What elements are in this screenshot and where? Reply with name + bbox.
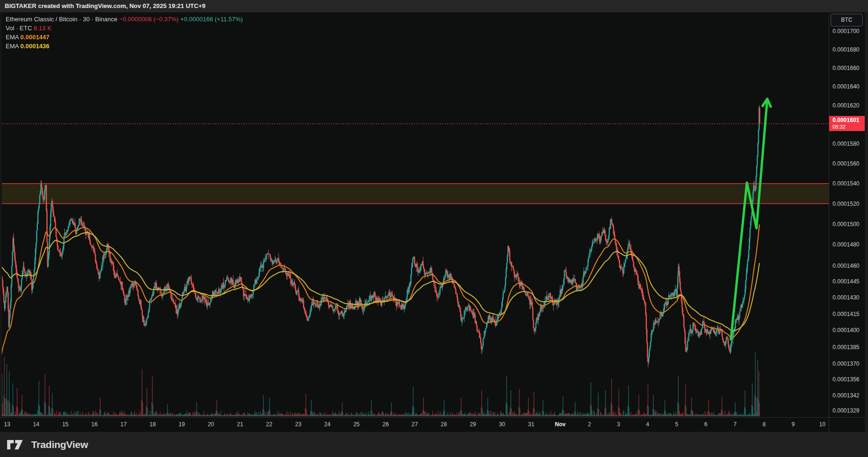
price-tick-label: 0.0001460 (833, 263, 859, 269)
time-tick-label: 10 (819, 421, 825, 428)
price-tick-label: 0.0001400 (833, 327, 859, 334)
time-tick-label: 18 (149, 421, 156, 428)
left-gutter (0, 12, 2, 432)
currency-toggle-button[interactable]: BTC (831, 14, 863, 26)
price-tick-label: 0.0001356 (833, 376, 859, 383)
time-tick-label: 20 (208, 421, 214, 428)
time-tick-label: 8 (763, 421, 766, 428)
time-tick-label: 24 (324, 421, 330, 428)
tradingview-logo-icon[interactable] (7, 437, 27, 452)
tradingview-snapshot: BIGTAKER created with TradingView.com, N… (0, 0, 868, 457)
bar-change-value: −0.0000006 (−0.37%) (119, 16, 179, 23)
time-tick-label: 5 (675, 421, 678, 428)
ema2-row[interactable]: EMA 0.0001436 (6, 42, 243, 51)
axis-corner (829, 417, 865, 432)
price-tick-label: 0.0001445 (833, 278, 859, 285)
ema1-row[interactable]: EMA 0.0001447 (6, 33, 243, 42)
time-tick-label: 2 (588, 421, 591, 428)
price-tick-label: 0.0001660 (833, 65, 859, 71)
ema2-label: EMA (6, 43, 18, 50)
time-tick-label: 22 (266, 421, 272, 428)
price-tick-label: 0.0001560 (833, 160, 859, 167)
last-price-value: 0.0001601 (833, 117, 865, 124)
last-price-badge: 0.0001601 08:32 (829, 116, 865, 131)
chart-panel: Ethereum Classic / Bitcoin · 30 · Binanc… (0, 12, 864, 432)
symbol-row[interactable]: Ethereum Classic / Bitcoin · 30 · Binanc… (6, 15, 243, 24)
price-tick-label: 0.0001540 (833, 180, 859, 187)
price-tick-label: 0.0001500 (833, 221, 859, 228)
time-tick-label: 21 (237, 421, 243, 428)
chart-legend: Ethereum Classic / Bitcoin · 30 · Binanc… (6, 15, 243, 51)
price-tick-label: 0.0001680 (833, 46, 859, 53)
symbol-title[interactable]: Ethereum Classic / Bitcoin · 30 · Binanc… (6, 16, 117, 23)
tradingview-wordmark[interactable]: TradingView (31, 439, 88, 450)
price-axis[interactable]: BTC 0.0001601 08:32 0.00017000.00016800.… (829, 12, 865, 417)
time-tick-label: 27 (412, 421, 418, 428)
volume-value: 8.13 K (34, 25, 52, 32)
price-tick-label: 0.0001342 (833, 392, 859, 399)
time-tick-label: 25 (353, 421, 359, 428)
time-tick-label: 7 (733, 421, 736, 428)
bar-countdown: 08:32 (833, 124, 865, 130)
price-tick-label: 0.0001580 (833, 141, 859, 147)
time-tick-label: 23 (295, 421, 301, 428)
price-tick-label: 0.0001480 (833, 241, 859, 248)
time-tick-label: 4 (646, 421, 649, 428)
time-axis[interactable]: 13141516171819202122232425262728293031No… (0, 417, 829, 432)
time-tick-label: 28 (441, 421, 447, 428)
time-tick-label: 14 (33, 421, 39, 428)
time-tick-label: 30 (499, 421, 505, 428)
price-tick-label: 0.0001415 (833, 311, 859, 317)
time-tick-label: 26 (382, 421, 388, 428)
time-tick-label: 31 (528, 421, 534, 428)
time-tick-label: 17 (121, 421, 127, 428)
time-tick-label: 9 (792, 421, 795, 428)
price-tick-label: 0.0001520 (833, 201, 859, 207)
price-tick-label: 0.0001370 (833, 360, 859, 367)
time-tick-label: 3 (617, 421, 620, 428)
ema2-value: 0.0001436 (20, 43, 49, 50)
time-tick-label: 29 (470, 421, 476, 428)
price-tick-label: 0.0001620 (833, 102, 859, 109)
session-change-value: +0.0000166 (+11.57%) (180, 16, 243, 23)
price-tick-label: 0.0001640 (833, 83, 859, 90)
time-tick-label: Nov (555, 421, 566, 428)
attribution-text: BIGTAKER created with TradingView.com, N… (5, 2, 205, 9)
ema1-label: EMA (6, 34, 18, 41)
time-tick-label: 16 (91, 421, 97, 428)
volume-label: Vol · ETC (6, 25, 32, 32)
ema1-value: 0.0001447 (20, 34, 49, 41)
volume-row[interactable]: Vol · ETC 8.13 K (6, 24, 243, 33)
attribution-bar: BIGTAKER created with TradingView.com, N… (0, 0, 868, 12)
price-chart-canvas[interactable] (0, 12, 829, 417)
price-tick-label: 0.0001385 (833, 344, 859, 351)
time-tick-label: 6 (704, 421, 708, 428)
footer-bar: TradingView (0, 432, 868, 457)
time-tick-label: 15 (62, 421, 68, 428)
time-tick-label: 13 (4, 421, 10, 428)
time-tick-label: 19 (179, 421, 185, 428)
price-tick-label: 0.0001430 (833, 294, 859, 301)
price-tick-label: 0.0001329 (833, 407, 859, 414)
price-tick-label: 0.0001700 (833, 28, 859, 35)
